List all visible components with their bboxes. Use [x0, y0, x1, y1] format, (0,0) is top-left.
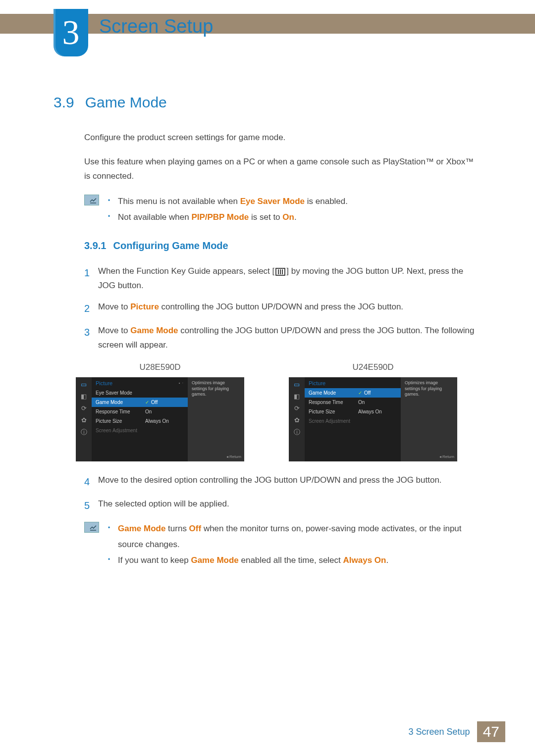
page-footer: 3 Screen Setup 47: [402, 721, 505, 742]
footer-label: 3 Screen Setup: [402, 723, 477, 741]
osd-side-icons: ▭ ◧ ⟳ ✿ ⓘ: [289, 377, 305, 461]
settings-icon: ✿: [79, 417, 88, 424]
osd-left: ▭ ◧ ⟳ ✿ ⓘ Picture• · Eye Saver ModeGame …: [76, 377, 244, 461]
step-4: Move to the desired option controlling t…: [98, 473, 480, 490]
osd-menu-item: Game Mode✓Off: [92, 398, 188, 407]
osd-return: ◂ Return: [226, 454, 241, 459]
note2-item1: Game Mode turns Off when the monitor tur…: [108, 521, 480, 553]
step-num-2: 2: [84, 300, 98, 317]
note1-item2: Not available when PIP/PBP Mode is set t…: [108, 209, 348, 225]
subsection-title: Configuring Game Mode: [113, 240, 228, 251]
chapter-number: 3: [62, 13, 80, 52]
page-number: 47: [477, 721, 505, 742]
osd-header: Picture: [96, 380, 112, 386]
steps-list: 1When the Function Key Guide appears, se…: [84, 264, 480, 353]
osd-menu-item: Eye Saver Mode: [92, 388, 188, 398]
osd-desc: Optimizes image settings for playing gam…: [192, 380, 229, 397]
intro-para-2: Use this feature when playing games on a…: [84, 155, 480, 184]
chapter-badge: 3: [54, 9, 88, 56]
step-3: Move to Game Mode controlling the JOG bu…: [98, 324, 480, 353]
section-number: 3.9: [54, 94, 74, 110]
pip-icon: ◧: [292, 393, 301, 400]
step-num-4: 4: [84, 473, 98, 490]
osd-label-left: U28E590D: [58, 362, 262, 372]
osd-desc: Optimizes image settings for playing gam…: [405, 380, 442, 397]
note-block-2: Game Mode turns Off when the monitor tur…: [84, 521, 480, 569]
steps-cont: 4Move to the desired option controlling …: [84, 473, 480, 514]
picture-icon: ▭: [79, 381, 88, 388]
osd-menu-item: Game Mode✓Off: [305, 388, 401, 398]
osd-menu-item: Picture SizeAlways On: [305, 407, 401, 416]
osd-menu-item: Response TimeOn: [92, 407, 188, 416]
osd-screenshots-row: U28E590D ▭ ◧ ⟳ ✿ ⓘ Picture• · Eye Saver …: [54, 362, 480, 461]
osd-menu-item: Screen Adjustment: [92, 426, 188, 435]
step-5: The selected option will be applied.: [98, 497, 480, 514]
note-icon: [84, 195, 99, 205]
osd-right: ▭ ◧ ⟳ ✿ ⓘ Picture Game Mode✓OffResponse …: [289, 377, 457, 461]
step-1: When the Function Key Guide appears, sel…: [98, 264, 480, 293]
chapter-title: Screen Setup: [99, 16, 213, 37]
intro-para-1: Configure the product screen settings fo…: [84, 131, 480, 145]
osd-menu-item: Picture SizeAlways On: [92, 416, 188, 426]
osd-side-icons: ▭ ◧ ⟳ ✿ ⓘ: [76, 377, 92, 461]
pip-icon: ◧: [79, 393, 88, 400]
section-heading: 3.9Game Mode: [54, 94, 480, 111]
onscreen-icon: ⟳: [292, 405, 301, 412]
osd-right-items: Game Mode✓OffResponse TimeOnPicture Size…: [305, 388, 401, 426]
page-indicator: • ·: [179, 381, 184, 385]
step-2: Move to Picture controlling the JOG butt…: [98, 300, 480, 317]
page-content: 3.9Game Mode Configure the product scree…: [54, 94, 480, 584]
osd-return: ◂ Return: [439, 454, 454, 459]
osd-menu-item: Screen Adjustment: [305, 416, 401, 426]
osd-label-right: U24E590D: [271, 362, 475, 372]
step-num-5: 5: [84, 497, 98, 514]
step-num-3: 3: [84, 324, 98, 353]
note-icon: [84, 522, 99, 533]
menu-icon: [275, 268, 285, 276]
settings-icon: ✿: [292, 417, 301, 424]
step-num-1: 1: [84, 264, 98, 293]
note2-item2: If you want to keep Game Mode enabled al…: [108, 553, 480, 568]
subsection-number: 3.9.1: [84, 240, 106, 251]
info-icon: ⓘ: [292, 429, 301, 436]
section-title: Game Mode: [85, 94, 167, 110]
osd-menu-item: Response TimeOn: [305, 398, 401, 407]
subsection-heading: 3.9.1Configuring Game Mode: [84, 240, 480, 252]
osd-left-items: Eye Saver ModeGame Mode✓OffResponse Time…: [92, 388, 188, 435]
note-block-1: This menu is not available when Eye Save…: [84, 194, 480, 226]
osd-header: Picture: [309, 380, 325, 386]
picture-icon: ▭: [292, 381, 301, 388]
info-icon: ⓘ: [79, 429, 88, 436]
note1-item1: This menu is not available when Eye Save…: [108, 194, 348, 209]
onscreen-icon: ⟳: [79, 405, 88, 412]
